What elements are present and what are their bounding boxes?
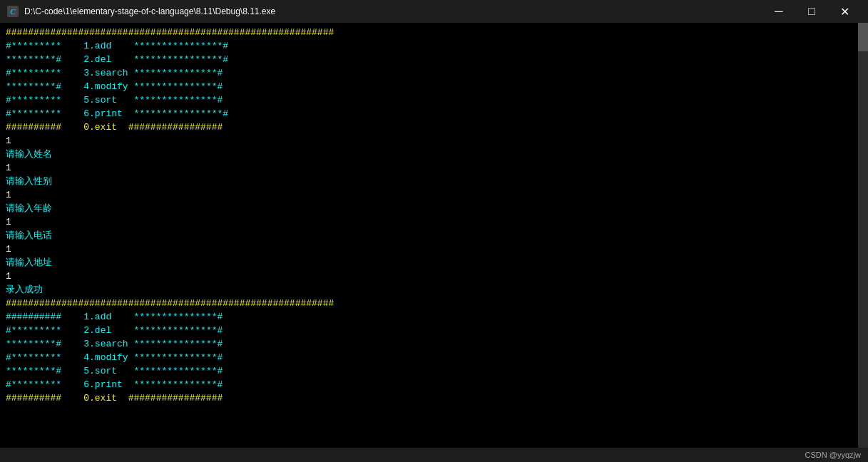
title-bar-left: C D:\C-code\1\elementary-stage-of-c-lang… — [7, 6, 275, 17]
scrollbar[interactable] — [858, 23, 868, 448]
console-line: #********* 2.del ***************# — [6, 324, 862, 337]
console-line: *********# 3.search ***************# — [6, 337, 862, 351]
console-line: 请输入地址 — [6, 256, 862, 270]
maximize-button[interactable]: □ — [795, 0, 828, 23]
console-line: 1 — [6, 188, 862, 202]
console-line: 请输入电话 — [6, 229, 862, 242]
console-line: ########################################… — [6, 26, 862, 39]
console-line: 请输入姓名 — [6, 148, 862, 161]
console-line: 1 — [6, 242, 862, 256]
console-line: ########## 0.exit ################# — [6, 391, 862, 405]
window-controls: ─ □ ✕ — [762, 0, 861, 23]
status-bar: CSDN @yyqzjw — [0, 448, 868, 462]
console-line: 请输入年龄 — [6, 202, 862, 215]
console-line: #********* 1.add ****************# — [6, 39, 862, 53]
console-line: 1 — [6, 161, 862, 175]
console-line: #********* 4.modify ***************# — [6, 351, 862, 364]
close-button[interactable]: ✕ — [828, 0, 861, 23]
console-line: ########## 0.exit ################# — [6, 120, 862, 134]
console-body: ########################################… — [0, 23, 868, 448]
console-line: 录入成功 — [6, 283, 862, 297]
console-line: ########################################… — [6, 297, 862, 310]
console-line: 请输入性别 — [6, 175, 862, 188]
console-line: *********# 5.sort ***************# — [6, 364, 862, 378]
minimize-button[interactable]: ─ — [762, 0, 795, 23]
app-icon: C — [7, 6, 19, 17]
window-title: D:\C-code\1\elementary-stage-of-c-langua… — [24, 6, 275, 16]
console-line: 1 — [6, 270, 862, 283]
console-line: 1 — [6, 134, 862, 148]
status-text: CSDN @yyqzjw — [805, 451, 861, 459]
console-line: #********* 3.search ***************# — [6, 66, 862, 80]
console-line: #********* 5.sort ***************# — [6, 93, 862, 107]
scrollbar-thumb[interactable] — [858, 23, 868, 51]
console-line: 1 — [6, 215, 862, 229]
console-line: *********# 4.modify ***************# — [6, 80, 862, 93]
console-line: *********# 2.del ****************# — [6, 53, 862, 66]
console-line: ########## 1.add ***************# — [6, 310, 862, 324]
console-line: #********* 6.print ***************# — [6, 378, 862, 391]
console-line: #********* 6.print ****************# — [6, 107, 862, 120]
title-bar: C D:\C-code\1\elementary-stage-of-c-lang… — [0, 0, 868, 23]
main-window: C D:\C-code\1\elementary-stage-of-c-lang… — [0, 0, 868, 462]
